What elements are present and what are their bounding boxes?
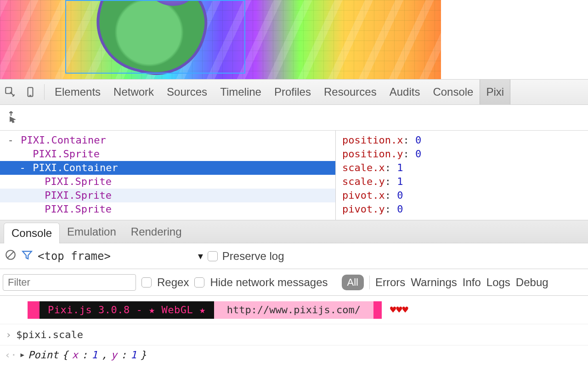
expand-triangle-icon[interactable]: ▶ [21, 351, 24, 358]
level-debug[interactable]: Debug [516, 276, 548, 289]
property-row[interactable]: pivot.x: 0 [342, 189, 588, 202]
prop-value: 0 [397, 203, 403, 215]
property-row[interactable]: position.y: 0 [342, 147, 588, 161]
drawer-tab-console[interactable]: Console [4, 223, 60, 243]
drawer-tabstrip: Console Emulation Rendering [0, 220, 588, 243]
property-row[interactable]: position.x: 0 [342, 133, 588, 147]
hearts-icon: ♥♥♥ [390, 304, 408, 316]
tree-toggle[interactable] [30, 175, 39, 189]
tree-label: PIXI.Sprite [27, 147, 100, 161]
pixi-toolbar [0, 105, 588, 131]
tree-label: PIXI.Container [15, 133, 106, 147]
prompt-chevron-icon: › [6, 329, 11, 340]
tab-timeline[interactable]: Timeline [214, 80, 268, 104]
properties-pane[interactable]: position.x: 0position.y: 0scale.x: 1scal… [336, 131, 588, 220]
banner-url[interactable]: http://www.pixijs.com/ [227, 304, 361, 316]
level-errors[interactable]: Errors [375, 276, 405, 289]
device-icon[interactable] [20, 86, 40, 98]
banner-version: Pixi.js 3.0.8 - ★ WebGL ★ [48, 304, 206, 316]
tab-network[interactable]: Network [107, 80, 160, 104]
tree-toggle[interactable] [18, 147, 27, 161]
level-all[interactable]: All [342, 275, 364, 290]
clear-console-icon[interactable] [5, 249, 17, 264]
tree-row[interactable]: - PIXI.Container [0, 161, 335, 175]
tree-toggle[interactable] [30, 202, 39, 216]
tree-toggle[interactable]: - [6, 133, 15, 147]
tab-sources[interactable]: Sources [160, 80, 214, 104]
tree-toggle[interactable] [30, 189, 39, 202]
filter-icon[interactable] [21, 249, 33, 264]
tree-label: PIXI.Sprite [39, 175, 112, 189]
regex-label: Regex [157, 276, 189, 289]
prop-value: 0 [415, 134, 421, 146]
prop-key: scale.y [342, 176, 385, 187]
property-row[interactable]: pivot.y: 0 [342, 202, 588, 216]
console-filters: Regex Hide network messages All Errors W… [0, 269, 588, 296]
selection-outline [65, 0, 245, 74]
tree-row[interactable]: PIXI.Sprite [0, 175, 335, 189]
hide-network-checkbox[interactable] [194, 277, 204, 288]
level-info[interactable]: Info [463, 276, 481, 289]
tab-elements[interactable]: Elements [48, 80, 107, 104]
property-row[interactable]: scale.y: 1 [342, 175, 588, 189]
prop-key: pivot.x [342, 190, 385, 201]
result-arrow-icon: ‹· [5, 349, 17, 361]
prop-value: 0 [415, 148, 421, 160]
level-logs[interactable]: Logs [486, 276, 510, 289]
drawer-tab-emulation[interactable]: Emulation [60, 221, 124, 243]
prop-key: position.y [342, 148, 403, 160]
prop-value: 1 [397, 162, 403, 173]
hide-network-label: Hide network messages [210, 276, 328, 289]
result-type: Point [28, 349, 58, 361]
tree-row[interactable]: PIXI.Sprite [0, 147, 335, 161]
scene-tree[interactable]: - PIXI.Container PIXI.Sprite- PIXI.Conta… [0, 131, 335, 220]
preserve-log-label: Preserve log [222, 250, 284, 263]
console-toolbar: <top frame> ▼ Preserve log [0, 243, 588, 269]
prop-value: 1 [397, 176, 403, 187]
frame-select[interactable]: <top frame> ▼ [38, 250, 203, 263]
drawer-tab-rendering[interactable]: Rendering [124, 221, 189, 243]
inspect-icon[interactable] [0, 86, 20, 98]
tab-pixi[interactable]: Pixi [480, 80, 510, 104]
prop-key: scale.x [342, 162, 385, 173]
game-preview [0, 0, 441, 79]
level-warnings[interactable]: Warnings [411, 276, 457, 289]
console-body: Pixi.js 3.0.8 - ★ WebGL ★ http://www.pix… [0, 296, 588, 364]
regex-checkbox[interactable] [141, 277, 152, 288]
pixi-banner: Pixi.js 3.0.8 - ★ WebGL ★ http://www.pix… [0, 296, 588, 324]
tree-toggle[interactable]: - [18, 161, 27, 175]
devtools-tabstrip: Elements Network Sources Timeline Profil… [0, 79, 588, 105]
tab-console[interactable]: Console [426, 80, 480, 104]
tree-label: PIXI.Container [27, 161, 118, 175]
tree-row[interactable]: PIXI.Sprite [0, 189, 335, 202]
filter-input[interactable] [3, 274, 136, 291]
prompt-text: $pixi.scale [16, 329, 83, 340]
prop-key: position.x [342, 134, 403, 146]
prop-value: 0 [397, 190, 403, 201]
console-prompt-line[interactable]: › $pixi.scale [0, 324, 588, 345]
tab-resources[interactable]: Resources [317, 80, 383, 104]
property-row[interactable]: scale.x: 1 [342, 161, 588, 175]
tab-audits[interactable]: Audits [383, 80, 427, 104]
preserve-log-checkbox[interactable] [208, 251, 218, 261]
tree-row[interactable]: - PIXI.Container [0, 133, 335, 147]
console-result-line[interactable]: ‹· ▶ Point { x: 1, y: 1 } [0, 345, 588, 364]
pick-node-icon[interactable] [5, 110, 17, 125]
frame-select-label: <top frame> [38, 250, 111, 263]
svg-line-4 [8, 252, 14, 258]
prop-key: pivot.y [342, 203, 385, 215]
tab-profiles[interactable]: Profiles [268, 80, 317, 104]
chevron-down-icon: ▼ [198, 251, 203, 261]
tree-label: PIXI.Sprite [39, 202, 112, 216]
tree-row[interactable]: PIXI.Sprite [0, 202, 335, 216]
tree-label: PIXI.Sprite [39, 189, 112, 202]
